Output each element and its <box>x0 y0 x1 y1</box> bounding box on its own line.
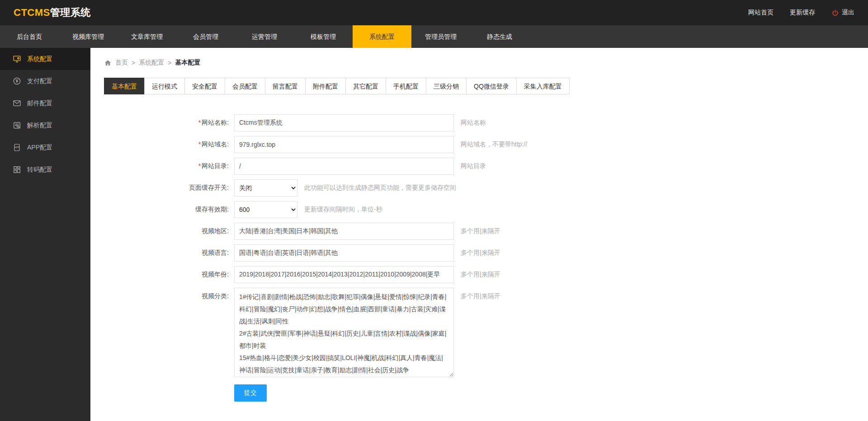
monitor-gear-icon <box>13 55 21 63</box>
form-row-page-cache-switch: 页面缓存开关:关闭此功能可以达到生成静态网页功能，需要更多储存空间 <box>104 179 854 196</box>
nav-item-6[interactable]: 系统配置 <box>353 25 411 48</box>
sidebar-item-parse-config[interactable]: 解析配置 <box>0 114 90 136</box>
sidebar-item-label: 支付配置 <box>27 77 52 85</box>
sidebar-item-mail-config[interactable]: 邮件配置 <box>0 92 90 114</box>
tab-9[interactable]: QQ微信登录 <box>466 78 517 94</box>
field-hint-video-year: 多个用|来隔开 <box>461 271 500 279</box>
breadcrumb-separator: > <box>132 59 135 66</box>
field-label-site-dir: *网站目录: <box>104 162 234 170</box>
nav-item-0[interactable]: 后台首页 <box>0 25 59 48</box>
sidebar-item-label: 解析配置 <box>27 122 52 130</box>
video-year-input[interactable] <box>234 266 454 283</box>
field-hint-video-category: 多个用|来隔开 <box>461 288 500 300</box>
config-tabs: 基本配置运行模式安全配置会员配置留言配置附件配置其它配置手机配置三级分销QQ微信… <box>104 78 854 94</box>
tab-1[interactable]: 运行模式 <box>144 78 185 94</box>
field-label-page-cache-switch: 页面缓存开关: <box>104 184 234 192</box>
top-header: CTCMS管理系统 网站首页 更新缓存 退出 <box>0 0 868 25</box>
sidebar-item-label: 系统配置 <box>27 55 52 63</box>
field-label-video-language: 视频语言: <box>104 249 234 257</box>
header-link-label: 退出 <box>842 9 854 17</box>
site-domain-input[interactable] <box>234 136 454 153</box>
video-category-textarea[interactable]: 1#传记|喜剧|剧情|枪战|恐怖|励志|歌舞|犯罪|偶像|悬疑|爱情|惊悚|纪录… <box>234 288 454 377</box>
sidebar-item-label: APP配置 <box>27 144 52 152</box>
video-region-input[interactable] <box>234 223 454 240</box>
form-row-cache-expire: 缓存有效期:600更新缓存间隔时间，单位-秒 <box>104 201 854 218</box>
form-row-video-language: 视频语言:多个用|来隔开 <box>104 244 854 262</box>
basic-config-form: *网站名称:网站名称*网站域名:网站域名，不要带http://*网站目录:网站目… <box>104 114 854 402</box>
page-cache-switch-select[interactable]: 关闭 <box>234 179 297 196</box>
field-label-text: 视频语言: <box>202 249 229 256</box>
field-label-text: 视频地区: <box>202 227 229 234</box>
breadcrumb-item-0[interactable]: 首页 <box>115 59 128 67</box>
tab-3[interactable]: 会员配置 <box>225 78 265 94</box>
field-hint-cache-expire: 更新缓存间隔时间，单位-秒 <box>304 206 382 214</box>
breadcrumb: 首页>系统配置>基本配置 <box>104 59 854 67</box>
field-label-cache-expire: 缓存有效期: <box>104 206 234 214</box>
submit-button[interactable]: 提交 <box>234 384 267 402</box>
mail-icon <box>13 99 21 108</box>
sidebar-item-payment-config[interactable]: 支付配置 <box>0 70 90 92</box>
tab-10[interactable]: 采集入库配置 <box>516 78 570 94</box>
site-name-input[interactable] <box>234 114 454 131</box>
cache-expire-select[interactable]: 600 <box>234 201 297 218</box>
field-label-text: 页面缓存开关: <box>189 184 229 191</box>
nav-item-8[interactable]: 静态生成 <box>470 25 529 48</box>
header-link-label: 网站首页 <box>748 9 774 17</box>
tab-0[interactable]: 基本配置 <box>104 78 145 94</box>
brand-logo: CTCMS管理系统 <box>14 6 91 19</box>
site-dir-input[interactable] <box>234 158 454 175</box>
field-hint-video-language: 多个用|来隔开 <box>461 249 500 257</box>
header-link-logout[interactable]: 退出 <box>831 9 854 17</box>
required-mark: * <box>198 140 201 148</box>
tab-5[interactable]: 附件配置 <box>305 78 346 94</box>
field-label-text: 网站目录: <box>202 162 229 169</box>
form-row-site-dir: *网站目录:网站目录 <box>104 158 854 175</box>
main-nav: 后台首页视频库管理文章库管理会员管理运营管理模板管理系统配置管理员管理静态生成 <box>0 25 868 48</box>
header-link-refresh-cache[interactable]: 更新缓存 <box>790 9 815 17</box>
required-mark: * <box>198 119 201 126</box>
nav-item-5[interactable]: 模板管理 <box>294 25 353 48</box>
transcode-icon <box>13 165 21 174</box>
field-label-video-category: 视频分类: <box>104 288 234 300</box>
payment-icon <box>13 77 21 85</box>
field-label-site-name: *网站名称: <box>104 119 234 127</box>
form-row-site-domain: *网站域名:网站域名，不要带http:// <box>104 136 854 153</box>
sidebar-item-label: 转码配置 <box>27 166 52 174</box>
tab-2[interactable]: 安全配置 <box>184 78 225 94</box>
field-hint-page-cache-switch: 此功能可以达到生成静态网页功能，需要更多储存空间 <box>304 184 456 192</box>
form-row-video-category: 视频分类:1#传记|喜剧|剧情|枪战|恐怖|励志|歌舞|犯罪|偶像|悬疑|爱情|… <box>104 288 854 377</box>
field-label-text: 视频年份: <box>202 271 229 278</box>
nav-item-1[interactable]: 视频库管理 <box>59 25 118 48</box>
nav-item-7[interactable]: 管理员管理 <box>411 25 470 48</box>
field-label-text: 网站域名: <box>202 140 229 148</box>
video-language-input[interactable] <box>234 244 454 262</box>
tab-6[interactable]: 其它配置 <box>345 78 386 94</box>
power-icon <box>831 9 839 17</box>
brand-highlight: CTCMS <box>14 7 50 18</box>
required-mark: * <box>198 162 201 169</box>
tab-7[interactable]: 手机配置 <box>386 78 426 94</box>
main-content: 首页>系统配置>基本配置 基本配置运行模式安全配置会员配置留言配置附件配置其它配… <box>90 48 868 421</box>
sidebar-item-system-config[interactable]: 系统配置 <box>0 48 90 70</box>
nav-item-4[interactable]: 运营管理 <box>235 25 294 48</box>
sidebar-item-transcode-config[interactable]: 转码配置 <box>0 159 90 181</box>
tab-4[interactable]: 留言配置 <box>265 78 306 94</box>
field-hint-site-dir: 网站目录 <box>461 162 486 170</box>
header-link-site-home[interactable]: 网站首页 <box>748 9 774 17</box>
header-link-label: 更新缓存 <box>790 9 815 17</box>
layout: 系统配置支付配置邮件配置解析配置APPAPP配置转码配置 首页>系统配置>基本配… <box>0 48 868 421</box>
sidebar-item-app-config[interactable]: APPAPP配置 <box>0 136 90 159</box>
header-links: 网站首页 更新缓存 退出 <box>748 9 854 17</box>
breadcrumb-item-2: 基本配置 <box>175 59 200 67</box>
field-hint-site-name: 网站名称 <box>461 119 486 127</box>
breadcrumb-item-1[interactable]: 系统配置 <box>139 59 164 67</box>
field-hint-video-region: 多个用|来隔开 <box>461 227 500 235</box>
field-label-video-region: 视频地区: <box>104 227 234 235</box>
nav-item-3[interactable]: 会员管理 <box>176 25 235 48</box>
sidebar-item-label: 邮件配置 <box>27 99 52 108</box>
nav-item-2[interactable]: 文章库管理 <box>118 25 176 48</box>
tab-8[interactable]: 三级分销 <box>426 78 467 94</box>
field-label-site-domain: *网站域名: <box>104 140 234 149</box>
parse-icon <box>13 121 21 130</box>
submit-row: 提交 <box>234 384 854 402</box>
